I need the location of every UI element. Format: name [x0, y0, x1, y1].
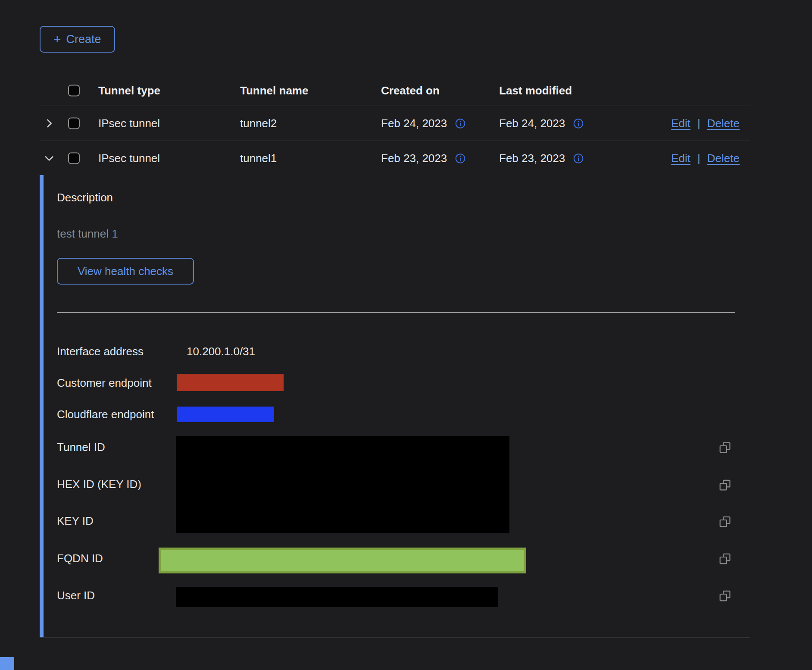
cloudflare-endpoint-redacted-value — [177, 407, 274, 422]
last-modified-cell: Feb 24, 2023 — [499, 117, 565, 130]
delete-link[interactable]: Delete — [707, 117, 740, 130]
info-icon[interactable] — [455, 118, 466, 129]
created-on-cell: Feb 23, 2023 — [381, 152, 447, 165]
row-checkbox[interactable] — [68, 153, 80, 164]
select-all-checkbox[interactable] — [68, 85, 80, 97]
bottom-left-accent — [0, 657, 14, 670]
ids-redacted-value — [176, 436, 509, 533]
user-id-label: User ID — [57, 589, 95, 602]
row-checkbox[interactable] — [68, 118, 80, 129]
tunnel-type-cell: IPsec tunnel — [98, 117, 160, 130]
create-button[interactable]: + Create — [40, 26, 115, 53]
description-heading: Description — [57, 191, 113, 204]
customer-endpoint-redacted-value — [177, 374, 284, 391]
fqdn-id-label: FQDN ID — [57, 552, 103, 565]
edit-link[interactable]: Edit — [671, 152, 690, 165]
info-icon[interactable] — [573, 153, 584, 164]
interface-address-value: 10.200.1.0/31 — [187, 345, 255, 358]
copy-icon[interactable] — [718, 515, 732, 529]
tunnel-name-cell: tunnel2 — [240, 117, 277, 130]
header-last-modified: Last modified — [499, 84, 572, 97]
description-value: test tunnel 1 — [57, 227, 118, 241]
action-separator: | — [697, 117, 700, 130]
key-id-label: KEY ID — [57, 514, 94, 528]
delete-link[interactable]: Delete — [707, 152, 740, 165]
plus-icon: + — [53, 33, 61, 46]
tunnel-name-cell: tunnel1 — [240, 152, 277, 165]
header-tunnel-type: Tunnel type — [98, 84, 160, 97]
cloudflare-endpoint-label: Cloudflare endpoint — [57, 408, 154, 421]
table-header-row: Tunnel type Tunnel name Created on Last … — [40, 75, 750, 106]
section-divider — [57, 312, 735, 313]
created-on-cell: Feb 24, 2023 — [381, 117, 447, 130]
table-row: IPsec tunnel tunnel2 Feb 24, 2023 Feb 24… — [40, 106, 750, 141]
edit-link[interactable]: Edit — [671, 117, 690, 130]
tunnel-id-label: Tunnel ID — [57, 441, 105, 454]
fqdn-id-redacted-value — [159, 548, 526, 573]
info-icon[interactable] — [455, 153, 466, 164]
create-button-label: Create — [66, 33, 101, 46]
expanded-panel-accent-bar — [40, 175, 44, 637]
tunnels-page: + Create Tunnel type Tunnel name Created… — [0, 0, 812, 670]
copy-icon[interactable] — [718, 478, 732, 492]
customer-endpoint-label: Customer endpoint — [57, 376, 152, 390]
chevron-down-icon[interactable] — [43, 152, 55, 164]
hex-id-label: HEX ID (KEY ID) — [57, 478, 141, 491]
panel-bottom-divider — [40, 637, 750, 638]
user-id-redacted-value — [176, 587, 498, 607]
action-separator: | — [697, 152, 700, 165]
copy-icon[interactable] — [718, 552, 732, 566]
header-created-on: Created on — [381, 84, 440, 97]
table-row: IPsec tunnel tunnel1 Feb 23, 2023 Feb 23… — [40, 141, 750, 175]
chevron-right-icon[interactable] — [43, 117, 55, 129]
interface-address-label: Interface address — [57, 345, 144, 358]
info-icon[interactable] — [573, 118, 584, 129]
header-tunnel-name: Tunnel name — [240, 84, 308, 97]
tunnel-type-cell: IPsec tunnel — [98, 152, 160, 165]
copy-icon[interactable] — [718, 589, 732, 603]
copy-icon[interactable] — [718, 441, 732, 454]
last-modified-cell: Feb 23, 2023 — [499, 152, 565, 165]
view-health-checks-button[interactable]: View health checks — [57, 258, 194, 285]
